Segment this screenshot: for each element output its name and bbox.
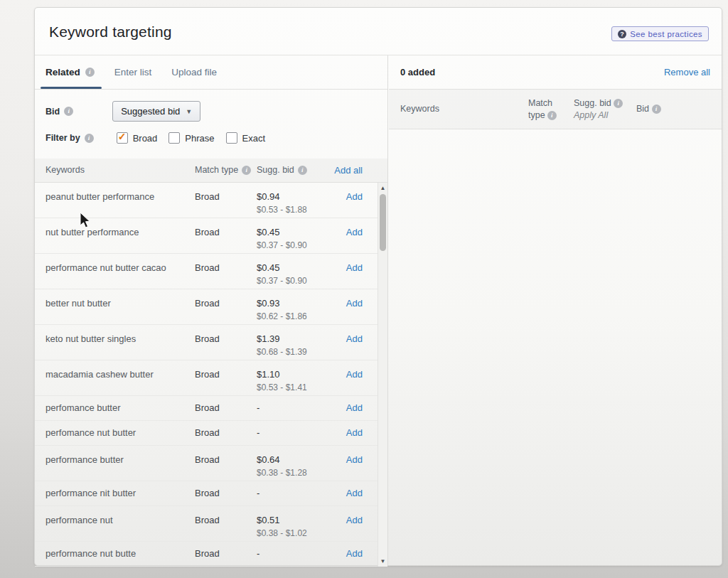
row-add-link[interactable]: Add bbox=[346, 191, 363, 202]
info-icon[interactable]: i bbox=[242, 166, 251, 175]
row-add-link[interactable]: Add bbox=[346, 298, 363, 309]
row-match-type: Broad bbox=[195, 333, 220, 344]
page-title: Keyword targeting bbox=[49, 23, 172, 41]
filter-by-row: Filter by i ✓BroadPhraseExact bbox=[46, 132, 265, 144]
row-sugg-bid: - bbox=[257, 427, 259, 438]
row-match-type: Broad bbox=[195, 191, 220, 202]
col-header-sugg-bid-label: Sugg. bid bbox=[257, 165, 294, 175]
row-keyword: performance nut butter cacao bbox=[46, 262, 166, 273]
added-col-sugg-bid-label: Sugg. bid bbox=[574, 98, 611, 108]
apply-all-label[interactable]: Apply All bbox=[574, 110, 608, 120]
suggested-bid-dropdown[interactable]: Suggested bid ▼ bbox=[112, 101, 200, 122]
row-bid-range: $0.62 - $1.86 bbox=[257, 311, 307, 321]
row-add-link[interactable]: Add bbox=[346, 262, 363, 273]
checkbox-unchecked-icon[interactable] bbox=[168, 132, 180, 144]
row-match-type: Broad bbox=[195, 298, 220, 309]
tab-upload-file-label: Upload file bbox=[171, 67, 217, 77]
row-bid-range: $0.53 - $1.88 bbox=[257, 205, 307, 215]
chevron-down-icon: ▼ bbox=[186, 108, 192, 115]
row-add-link[interactable]: Add bbox=[346, 454, 363, 465]
info-icon[interactable]: i bbox=[85, 68, 95, 77]
row-match-type: Broad bbox=[195, 515, 220, 525]
bid-label: Bid bbox=[46, 107, 60, 117]
tab-enter-list[interactable]: Enter list bbox=[114, 55, 152, 89]
row-keyword: perfomance butter bbox=[46, 402, 121, 413]
row-keyword: perfomance nut butter bbox=[46, 427, 136, 438]
checkbox-broad[interactable]: ✓Broad bbox=[117, 132, 158, 144]
row-sugg-bid: $1.39 bbox=[257, 333, 280, 344]
filter-section: Bid i Suggested bid ▼ Filter by i ✓Broad… bbox=[35, 90, 387, 159]
see-best-practices-button[interactable]: ? See best practices bbox=[611, 26, 709, 41]
info-icon[interactable]: i bbox=[547, 111, 557, 120]
keyword-row: perfomance nut butter Broad - Add bbox=[35, 421, 378, 446]
row-keyword: macadamia cashew butter bbox=[46, 369, 154, 380]
keyword-row: keto nut butter singles Broad $1.39 $0.6… bbox=[35, 325, 378, 360]
checkbox-label: Broad bbox=[133, 133, 158, 144]
row-add-link[interactable]: Add bbox=[346, 488, 363, 498]
row-keyword: performance nut butte bbox=[46, 548, 136, 559]
checkbox-label: Phrase bbox=[185, 133, 214, 144]
keyword-row: performance nit butter Broad - Add bbox=[35, 481, 378, 506]
row-bid-range: $0.38 - $1.28 bbox=[257, 468, 307, 478]
row-sugg-bid: $0.93 bbox=[257, 298, 280, 309]
info-icon[interactable]: i bbox=[652, 105, 661, 114]
row-keyword: keto nut butter singles bbox=[46, 333, 136, 344]
results-table-header: Keywords Match type i Sugg. bid i Add al… bbox=[35, 159, 387, 183]
row-keyword: performance nit butter bbox=[46, 488, 136, 498]
row-bid-range: $0.53 - $1.41 bbox=[257, 382, 307, 392]
row-bid-range: $0.38 - $1.02 bbox=[257, 528, 307, 538]
see-best-practices-label: See best practices bbox=[630, 30, 702, 38]
info-icon[interactable]: i bbox=[85, 134, 94, 143]
row-match-type: Broad bbox=[195, 488, 220, 498]
scroll-up-icon[interactable]: ▲ bbox=[378, 185, 387, 191]
row-sugg-bid: $0.51 bbox=[257, 515, 280, 525]
row-bid-range: $0.37 - $0.90 bbox=[257, 240, 307, 250]
row-sugg-bid: $0.45 bbox=[257, 262, 280, 273]
checkbox-checked-icon[interactable]: ✓ bbox=[117, 132, 128, 144]
results-scrollbar[interactable]: ▲ ▼ bbox=[378, 183, 387, 567]
added-keywords-column: 0 added Remove all Keywords Match typei … bbox=[389, 55, 722, 565]
info-icon[interactable]: i bbox=[298, 166, 307, 175]
bid-filter-row: Bid i Suggested bid ▼ bbox=[46, 101, 200, 122]
added-table-header: Keywords Match typei Sugg. bid i Apply A… bbox=[389, 90, 722, 129]
row-add-link[interactable]: Add bbox=[346, 402, 363, 413]
col-header-sugg-bid: Sugg. bid i bbox=[257, 165, 307, 175]
keyword-row: performance nut butter cacao Broad $0.45… bbox=[35, 254, 378, 289]
added-col-match-type: Match typei bbox=[528, 97, 569, 122]
add-all-link[interactable]: Add all bbox=[334, 165, 363, 176]
row-keyword: performance nut bbox=[46, 515, 113, 525]
checkbox-unchecked-icon[interactable] bbox=[226, 132, 237, 144]
info-icon[interactable]: i bbox=[614, 99, 623, 108]
row-add-link[interactable]: Add bbox=[346, 515, 363, 525]
keyword-targeting-panel: Keyword targeting ? See best practices R… bbox=[34, 7, 722, 566]
tab-related[interactable]: Related i bbox=[46, 55, 95, 89]
remove-all-link[interactable]: Remove all bbox=[664, 67, 710, 77]
row-add-link[interactable]: Add bbox=[346, 333, 363, 344]
row-add-link[interactable]: Add bbox=[346, 427, 363, 438]
row-match-type: Broad bbox=[195, 369, 220, 380]
scrollbar-thumb[interactable] bbox=[380, 194, 386, 251]
results-rows-viewport: peanut butter performance Broad $0.94 $0… bbox=[35, 183, 387, 567]
col-header-match-type-label: Match type bbox=[195, 165, 238, 175]
suggested-bid-dropdown-value: Suggested bid bbox=[121, 106, 180, 117]
row-add-link[interactable]: Add bbox=[346, 369, 363, 380]
checkbox-exact[interactable]: Exact bbox=[226, 132, 266, 144]
tab-enter-list-label: Enter list bbox=[114, 67, 152, 77]
col-header-match-type: Match type i bbox=[195, 165, 251, 175]
results-rows: peanut butter performance Broad $0.94 $0… bbox=[35, 183, 378, 567]
checkbox-phrase[interactable]: Phrase bbox=[168, 132, 214, 144]
info-icon[interactable]: i bbox=[64, 107, 73, 116]
keyword-row: performance nut butte Broad - Add bbox=[35, 542, 378, 567]
row-sugg-bid: - bbox=[257, 548, 259, 559]
filter-by-label: Filter by bbox=[46, 133, 80, 143]
row-match-type: Broad bbox=[195, 402, 220, 413]
panel-header: Keyword targeting ? See best practices bbox=[35, 8, 722, 55]
scroll-down-icon[interactable]: ▼ bbox=[378, 558, 387, 564]
tab-upload-file[interactable]: Upload file bbox=[171, 55, 217, 89]
col-header-keywords: Keywords bbox=[46, 165, 85, 175]
row-add-link[interactable]: Add bbox=[346, 227, 363, 237]
row-add-link[interactable]: Add bbox=[346, 548, 363, 559]
keyword-row: nut butter performance Broad $0.45 $0.37… bbox=[35, 218, 378, 254]
row-keyword: better nut butter bbox=[46, 298, 111, 309]
row-keyword: peanut butter performance bbox=[46, 191, 154, 202]
